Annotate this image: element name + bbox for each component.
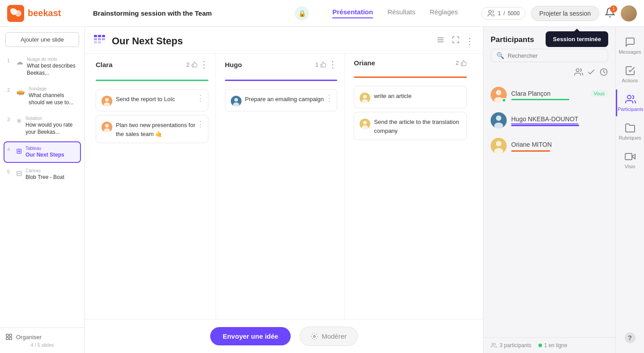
green-dot-icon — [538, 344, 542, 347]
send-idea-button[interactable]: Envoyer une idée — [210, 327, 291, 345]
slide-item-2[interactable]: 2 🥧 Sondage What channels should we use … — [4, 82, 81, 111]
participant-item-hugo: Hugo NKEBA-DOUNOT — [491, 108, 608, 133]
participant-bar-clara — [511, 99, 569, 100]
right-icon-visio[interactable]: Visio — [616, 147, 644, 174]
online-indicator: 1 en ligne — [538, 342, 567, 349]
logo-text: beekast — [28, 8, 61, 18]
svg-point-42 — [496, 141, 501, 146]
logo-area: beekast — [7, 5, 88, 22]
tab-resultats[interactable]: Résultats — [387, 8, 415, 18]
right-icon-actions[interactable]: Actions — [616, 61, 644, 88]
card-clara-2: Plan two new presentations for the sales… — [96, 115, 208, 143]
slide-item-5[interactable]: 5 ⊟ Canvas Blob Tree - Boat — [4, 164, 81, 186]
group-view-button[interactable] — [574, 68, 583, 79]
more-options-button[interactable]: ⋮ — [465, 34, 474, 48]
col-bar-oriane — [354, 77, 467, 78]
card-more-hugo-1[interactable]: ⋮ — [325, 93, 333, 103]
col-more-clara[interactable]: ⋮ — [199, 59, 208, 70]
actions-icon — [625, 65, 636, 76]
slide-name-1: What best describes Beekas... — [27, 63, 77, 77]
right-icon-rail: Messages Actions Participants — [615, 27, 644, 353]
participant-item-oriane: Oriane MITON — [491, 133, 608, 159]
session-terminated-tooltip: Session terminée — [546, 31, 608, 47]
slide-icon-5: ⊟ — [16, 169, 22, 178]
visio-label: Visio — [625, 164, 636, 169]
filter-button[interactable] — [587, 68, 596, 79]
right-icon-help[interactable]: ? — [616, 328, 644, 348]
nav-tabs: Présentation Résultats Réglages — [332, 8, 458, 18]
svg-point-21 — [105, 124, 109, 128]
organise-button[interactable]: Organiser — [5, 333, 79, 340]
slide-name-4: Our Next Steps — [25, 152, 77, 159]
col-header-left-oriane: Oriane — [354, 59, 375, 67]
moderate-label: Modérer — [322, 332, 347, 340]
kanban-col-oriane: Oriane 2 — [352, 54, 474, 319]
online-count-label: 1 en ligne — [544, 342, 567, 349]
svg-point-36 — [496, 90, 501, 95]
help-icon: ? — [625, 332, 636, 343]
svg-rect-2 — [6, 334, 8, 336]
max-participants: 5000 — [508, 10, 520, 17]
notification-bell[interactable]: 1 — [605, 7, 615, 20]
right-icon-rubriques[interactable]: Rubriques — [616, 118, 644, 145]
slide-icon-2: 🥧 — [16, 87, 25, 96]
user-avatar[interactable] — [621, 5, 637, 21]
svg-rect-11 — [102, 38, 105, 40]
list-view-button[interactable] — [435, 34, 446, 48]
beekast-logo-icon — [7, 5, 24, 22]
participants-count-label: 3 participants — [500, 342, 531, 349]
slide-num-1: 1 — [7, 58, 13, 63]
participants-rail-icon — [625, 94, 636, 105]
main-content: Our Next Steps ⋮ — [85, 27, 483, 353]
participants-panel: Session terminée Participants 🔍 — [483, 27, 615, 353]
svg-point-39 — [496, 115, 501, 121]
card-more-clara-1[interactable]: ⋮ — [196, 93, 204, 103]
col-more-hugo[interactable]: ⋮ — [328, 59, 337, 70]
right-icon-messages[interactable]: Messages — [616, 32, 644, 59]
slide-name-3: How would you rate your Beekas... — [25, 122, 77, 136]
actions-label: Actions — [622, 78, 638, 83]
svg-rect-6 — [94, 35, 97, 37]
participants-count-badge: 1 / 5000 — [481, 7, 525, 20]
moderate-button[interactable]: Modérer — [300, 327, 358, 346]
slide-title-row: Our Next Steps — [94, 35, 183, 47]
svg-rect-7 — [98, 35, 101, 37]
tab-reglages[interactable]: Réglages — [430, 8, 458, 18]
svg-rect-8 — [102, 35, 105, 37]
add-slide-button[interactable]: Ajouter une slide — [5, 32, 79, 47]
slide-num-2: 2 — [7, 87, 13, 93]
vote-icon-hugo — [320, 61, 326, 68]
slide-item-1[interactable]: 1 ☁ Nuage de mots What best describes Be… — [4, 52, 81, 81]
card-avatar-oriane-1 — [360, 93, 370, 103]
svg-marker-46 — [632, 154, 635, 159]
slide-info-2: Sondage What channels should we use to..… — [29, 86, 77, 106]
participants-title: Participants — [491, 35, 534, 44]
card-text-oriane-1: write an article — [374, 92, 461, 101]
expand-button[interactable] — [450, 34, 462, 48]
svg-point-44 — [492, 343, 494, 345]
project-session-button[interactable]: Projeter la session — [531, 6, 599, 21]
tab-presentation[interactable]: Présentation — [332, 8, 373, 18]
svg-rect-47 — [625, 153, 632, 160]
col-bar-clara — [96, 80, 208, 81]
timer-button[interactable] — [599, 68, 608, 79]
slide-info-1: Nuage de mots What best describes Beekas… — [27, 57, 77, 77]
col-bar-hugo — [225, 80, 338, 81]
card-text-clara-1: Send the report to Loïc — [116, 95, 203, 104]
col-header-clara: Clara 2 ⋮ — [96, 59, 208, 72]
svg-rect-12 — [94, 41, 97, 43]
card-more-clara-2[interactable]: ⋮ — [196, 119, 204, 129]
slide-num-3: 3 — [7, 117, 13, 122]
lock-badge: 🔒 — [295, 6, 309, 21]
slide-item-3[interactable]: 3 ✳ Notation How would you rate your Bee… — [4, 111, 81, 140]
col-header-hugo: Hugo 1 ⋮ — [225, 59, 338, 72]
slide-item-4[interactable]: 4 ⊞ Tableau Our Next Steps — [4, 141, 81, 163]
col-header-left-hugo: Hugo — [225, 61, 242, 68]
search-input[interactable] — [508, 52, 602, 59]
card-avatar-clara-1 — [102, 96, 112, 106]
slide-name-5: Blob Tree - Boat — [25, 174, 77, 181]
svg-rect-5 — [6, 337, 8, 340]
svg-point-1 — [489, 10, 491, 13]
participant-bar-oriane — [511, 150, 550, 152]
right-icon-participants[interactable]: Participants — [616, 89, 644, 116]
